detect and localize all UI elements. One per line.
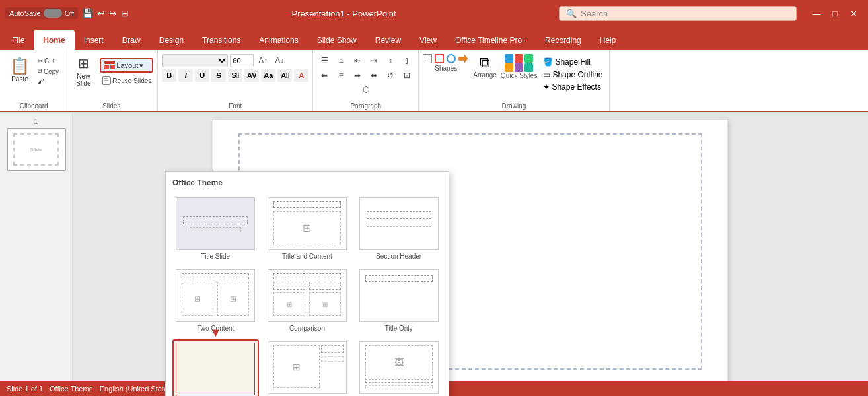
tab-file[interactable]: File [3, 30, 34, 50]
tab-design[interactable]: Design [150, 30, 193, 50]
svg-rect-0 [104, 61, 115, 64]
align-left-button[interactable]: ⬅ [317, 69, 332, 82]
slide-canvas: Office Theme Title Slide ⊞ [73, 113, 868, 396]
copy-button[interactable]: ⧉ Copy [36, 67, 61, 76]
tab-view[interactable]: View [410, 30, 446, 50]
slide-number: 1 [3, 118, 69, 125]
layout-name-title-content: Title and Content [282, 253, 332, 260]
paragraph-group: ☰ ≡ ⇤ ⇥ ↕ ⫿ ⬅ ≡ ➡ ⬌ ↺ ⊡ ⬡ Paragraph [313, 50, 419, 111]
shadow-button[interactable]: S⃝ [228, 69, 242, 82]
char-spacing-button[interactable]: AV [244, 69, 259, 82]
layout-grid: Title Slide ⊞ Title and Content [172, 195, 442, 396]
shape-rect[interactable] [435, 54, 444, 63]
cut-icon: ✂ [38, 57, 43, 65]
layout-thumb-title-content: ⊞ [268, 197, 347, 250]
tab-help[interactable]: Help [591, 30, 626, 50]
tab-officetimeline[interactable]: Office Timeline Pro+ [446, 30, 536, 50]
strikethrough-button[interactable]: S [211, 69, 226, 82]
decrease-font-button[interactable]: A↓ [272, 54, 287, 67]
slide-thumbnail[interactable]: Slide [7, 128, 66, 171]
layout-item-title-content[interactable]: ⊞ Title and Content [264, 195, 351, 262]
increase-font-button[interactable]: A↑ [256, 54, 270, 67]
shape-effects-icon: ✦ [543, 82, 550, 92]
undo-icon[interactable]: ↩ [97, 8, 105, 18]
smart-art-button[interactable]: ⊡ [400, 69, 414, 82]
tab-insert[interactable]: Insert [75, 30, 113, 50]
tab-slideshow[interactable]: Slide Show [308, 30, 366, 50]
theme-label: Office Theme [50, 385, 93, 393]
paste-label: Paste [11, 75, 28, 82]
reuse-slides-button[interactable]: Reuse Slides [100, 75, 153, 86]
arrow-down-indicator: ▼ [209, 326, 221, 340]
font-size-input[interactable] [230, 54, 254, 67]
layout-button[interactable]: Layout ▾ [100, 58, 153, 73]
layout-dropdown: Office Theme Title Slide ⊞ [165, 171, 449, 396]
quick-styles-label: Quick Styles [501, 72, 538, 79]
line-spacing-button[interactable]: ↕ [383, 54, 398, 67]
tab-transitions[interactable]: Transitions [193, 30, 250, 50]
paste-button[interactable]: 📋 Paste [7, 55, 33, 84]
bold-button[interactable]: B [162, 69, 176, 82]
redo-icon[interactable]: ↪ [109, 8, 117, 18]
decrease-indent-button[interactable]: ⇤ [350, 54, 365, 67]
close-button[interactable]: ✕ [844, 4, 863, 22]
underline-button[interactable]: U [195, 69, 209, 82]
customize-icon[interactable]: ⊟ [121, 8, 129, 18]
main-content: 1 Slide Office Theme Title Slide [0, 113, 868, 396]
shape-arrow[interactable] [458, 54, 468, 63]
shape-outline-button[interactable]: ▭ Shape Outline [541, 69, 604, 80]
slides-group: ⊞ NewSlide Layout ▾ [65, 50, 158, 111]
tab-draw[interactable]: Draw [113, 30, 150, 50]
quick-styles-button[interactable] [505, 54, 534, 72]
layout-item-two-content[interactable]: ⊞ ⊞ Two Content [172, 267, 259, 334]
search-box[interactable]: 🔍 Search [559, 6, 797, 21]
numbering-button[interactable]: ≡ [334, 54, 348, 67]
new-slide-button[interactable]: ⊞ NewSlide [69, 55, 97, 87]
tab-review[interactable]: Review [366, 30, 410, 50]
layout-item-comparison[interactable]: ⊞ ⊞ Comparison [264, 267, 351, 334]
layout-thumb-blank [176, 343, 255, 395]
layout-item-title-only[interactable]: Title Only [355, 267, 442, 334]
clear-format-button[interactable]: A⃝ [277, 69, 292, 82]
tab-recording[interactable]: Recording [536, 30, 591, 50]
shape-effects-button[interactable]: ✦ Shape Effects [541, 82, 604, 92]
layout-item-content-caption[interactable]: ⊞ Content withCaption [264, 339, 351, 396]
shape-fill-button[interactable]: 🪣 Shape Fill [541, 57, 604, 67]
layout-name-title-only: Title Only [385, 325, 413, 332]
layout-thumb-title-slide [176, 197, 255, 250]
align-right-button[interactable]: ➡ [350, 69, 365, 82]
convert-smart-art-button[interactable]: ⬡ [359, 83, 373, 96]
layout-item-blank[interactable]: ▼ Blank [172, 339, 259, 396]
layout-item-picture-caption[interactable]: 🖼 Picture withCaption [355, 339, 442, 396]
tab-animations[interactable]: Animations [250, 30, 307, 50]
window-controls: — □ ✕ [807, 4, 863, 22]
shape-oval[interactable] [447, 54, 456, 63]
justify-button[interactable]: ⬌ [367, 69, 381, 82]
text-dir-button[interactable]: ↺ [383, 69, 398, 82]
cut-button[interactable]: ✂ Cut [36, 57, 61, 65]
autosave-toggle[interactable] [44, 9, 62, 18]
shape-line[interactable] [423, 54, 432, 63]
tab-home[interactable]: Home [34, 30, 74, 50]
columns-button[interactable]: ⫿ [400, 54, 414, 67]
layout-item-section-header[interactable]: Section Header [355, 195, 442, 262]
font-color-button[interactable]: A [294, 69, 308, 82]
app-title: Presentation1 - PowerPoint [134, 9, 554, 18]
font-label: Font [158, 102, 312, 110]
arrange-button[interactable]: ⧉ [480, 54, 490, 71]
format-painter-button[interactable]: 🖌 [36, 77, 61, 86]
clipboard-group: 📋 Paste ✂ Cut ⧉ Copy 🖌 Clipboard [3, 50, 65, 111]
italic-button[interactable]: I [178, 69, 193, 82]
maximize-button[interactable]: □ [826, 4, 844, 22]
minimize-button[interactable]: — [807, 4, 826, 22]
layout-thumb-picture-caption: 🖼 [359, 341, 439, 394]
layout-item-title-slide[interactable]: Title Slide [172, 195, 259, 262]
bullets-button[interactable]: ☰ [317, 54, 332, 67]
arrange-label: Arrange [473, 71, 497, 79]
change-case-button[interactable]: Aa [261, 69, 275, 82]
increase-indent-button[interactable]: ⇥ [367, 54, 381, 67]
save-icon[interactable]: 💾 [82, 8, 93, 18]
align-center-button[interactable]: ≡ [334, 69, 348, 82]
font-name-select[interactable] [162, 54, 228, 67]
autosave-badge[interactable]: AutoSave Off [5, 7, 78, 19]
